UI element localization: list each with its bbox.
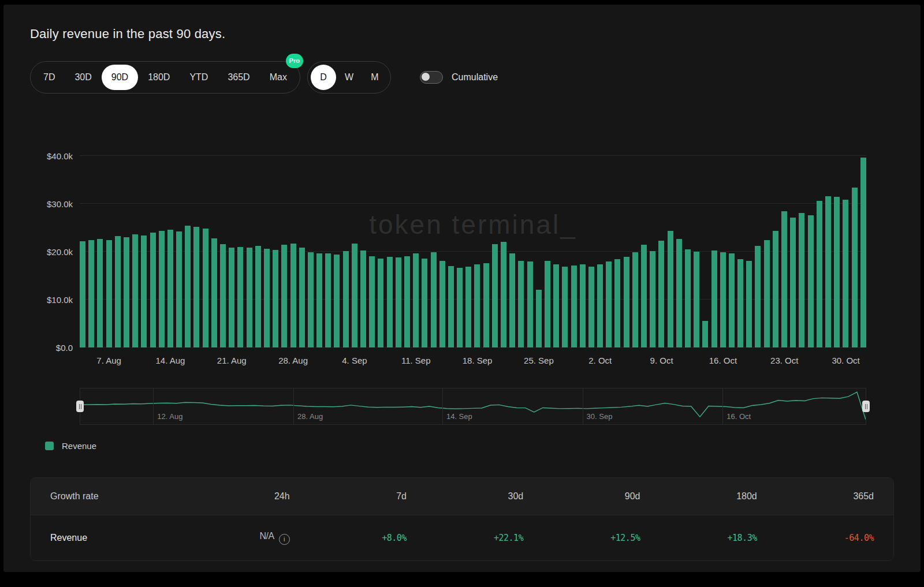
revenue-bar	[474, 264, 480, 347]
legend-swatch-revenue	[45, 442, 54, 450]
revenue-bar	[668, 231, 673, 348]
range-option-30d[interactable]: 30D	[65, 65, 101, 90]
range-option-max[interactable]: Max	[260, 65, 297, 90]
revenue-bar	[588, 267, 594, 347]
range-navigator[interactable]: 12. Aug28. Aug14. Sep30. Sep16. Oct	[80, 388, 866, 425]
granularity-option-m[interactable]: M	[362, 65, 388, 90]
x-tick-label: 30. Oct	[832, 356, 859, 365]
revenue-bar	[132, 234, 138, 347]
revenue-bar	[159, 231, 165, 348]
growth-value-180d: +18.3%	[640, 533, 757, 543]
growth-header-180d: 180d	[640, 491, 757, 502]
revenue-bar	[431, 252, 437, 347]
revenue-bar	[360, 250, 366, 348]
revenue-bar	[88, 240, 94, 347]
revenue-bar	[808, 215, 814, 347]
x-tick-label: 16. Oct	[709, 356, 737, 365]
revenue-bar	[378, 259, 383, 347]
revenue-bar	[220, 244, 226, 347]
legend-label-revenue[interactable]: Revenue	[62, 441, 96, 451]
revenue-bar	[413, 253, 419, 347]
revenue-bar	[773, 231, 778, 348]
navigator-handle-right[interactable]	[862, 401, 870, 412]
revenue-bar	[650, 251, 655, 347]
revenue-bar	[597, 264, 603, 347]
navigator-gridline	[583, 388, 583, 424]
revenue-bar	[422, 259, 427, 347]
revenue-bar	[729, 253, 735, 347]
revenue-bar	[457, 268, 463, 347]
growth-value-7d: +8.0%	[290, 533, 407, 543]
info-icon[interactable]	[279, 534, 290, 545]
range-option-180d[interactable]: 180D	[138, 65, 180, 90]
y-tick-label: $30.0k	[13, 199, 73, 209]
x-axis-labels: 7. Aug14. Aug21. Aug28. Aug4. Sep11. Sep…	[80, 354, 866, 369]
growth-value-text: +12.5%	[610, 533, 640, 543]
range-option-ytd[interactable]: YTD	[180, 65, 218, 90]
growth-value-text: N/A	[259, 531, 274, 541]
revenue-bar	[334, 255, 340, 347]
plot-area[interactable]: token terminal_ $0.0$10.0k$20.0k$30.0k$4…	[80, 144, 866, 347]
granularity-option-d[interactable]: D	[311, 65, 336, 90]
revenue-bar	[825, 196, 831, 347]
navigator-gridline	[153, 388, 154, 424]
revenue-bar	[97, 239, 103, 347]
growth-table: Growth rate24h7d30d90d180d365d RevenueN/…	[30, 477, 894, 561]
growth-header-90d: 90d	[523, 491, 640, 502]
revenue-bar	[755, 246, 761, 347]
x-tick-label: 28. Aug	[278, 356, 308, 365]
revenue-bar	[536, 290, 542, 347]
revenue-bar	[571, 266, 577, 347]
x-tick-label: 25. Sep	[524, 356, 554, 365]
revenue-bar	[150, 233, 156, 347]
revenue-bar	[229, 248, 234, 347]
revenue-bar	[299, 248, 305, 347]
revenue-bar	[439, 261, 445, 347]
revenue-bar	[553, 264, 559, 347]
revenue-bar	[641, 245, 647, 347]
revenue-bar	[115, 236, 121, 347]
granularity-option-w[interactable]: W	[336, 65, 362, 90]
navigator-tick-label: 30. Sep	[587, 412, 613, 421]
growth-value-text: +22.1%	[494, 533, 523, 543]
revenue-bar	[606, 261, 612, 347]
revenue-bar	[343, 251, 349, 347]
revenue-bar	[817, 201, 822, 347]
revenue-bar	[509, 253, 515, 347]
revenue-bar	[141, 235, 147, 347]
revenue-bar	[843, 200, 848, 348]
cumulative-toggle[interactable]	[420, 71, 443, 84]
legend: Revenue	[45, 441, 921, 451]
revenue-bar	[237, 247, 243, 347]
range-option-7d[interactable]: 7D	[33, 65, 65, 90]
navigator-gridline	[293, 388, 294, 424]
range-option-365d[interactable]: 365D	[218, 65, 259, 90]
revenue-bar	[483, 263, 489, 347]
navigator-handle-left[interactable]	[76, 401, 84, 412]
range-option-90d[interactable]: 90D	[102, 65, 138, 90]
revenue-bar	[255, 246, 261, 347]
revenue-bar	[527, 261, 533, 347]
revenue-bar	[281, 245, 287, 347]
revenue-bar	[545, 261, 550, 347]
revenue-bar	[211, 238, 217, 347]
revenue-bar	[273, 250, 278, 347]
revenue-bar	[203, 229, 208, 347]
range-selector: Pro 7D30D90D180DYTD365DMax	[30, 61, 300, 94]
growth-value-90d: +12.5%	[523, 533, 640, 543]
revenue-bar	[308, 252, 314, 347]
revenue-bar	[852, 188, 858, 347]
revenue-bar	[387, 257, 393, 347]
growth-table-header: Growth rate24h7d30d90d180d365d	[31, 478, 893, 515]
revenue-bar	[80, 241, 85, 347]
granularity-selector: DWM	[307, 61, 391, 94]
growth-value-text: +8.0%	[382, 533, 407, 543]
revenue-bar	[176, 231, 182, 347]
revenue-bar	[790, 218, 796, 347]
revenue-bar	[860, 158, 866, 347]
revenue-bar	[404, 256, 410, 348]
revenue-bar	[325, 253, 331, 347]
revenue-bar	[290, 244, 296, 347]
navigator-tick-label: 28. Aug	[297, 412, 323, 421]
revenue-bar	[124, 237, 129, 347]
